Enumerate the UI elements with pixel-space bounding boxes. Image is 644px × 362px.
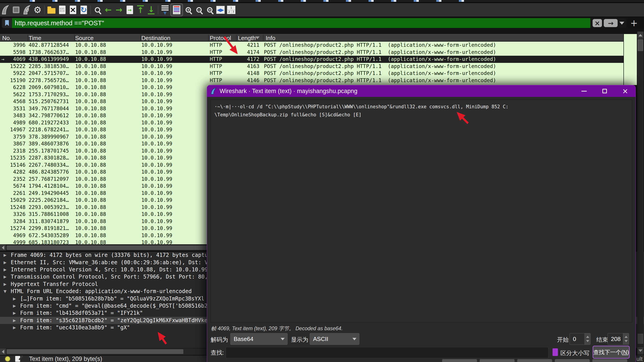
packet-row[interactable]: 5598 1738.7662637… 10.0.10.88 10.0.10.99… (0, 49, 624, 56)
cell-no: 3284 (0, 218, 26, 225)
twisty-icon[interactable]: ▶ (13, 304, 16, 308)
cell-no: 15248 (0, 204, 26, 211)
auto-scroll-button[interactable]: ▼ (160, 4, 170, 16)
decode-as-select[interactable]: Base64 (230, 333, 288, 345)
clipped-icon-marks (12, 0, 473, 2)
details-horizontal-scrollbar[interactable] (0, 348, 207, 355)
go-to-top-button[interactable]: ↑ (135, 4, 146, 16)
zoom-in-button[interactable]: + (183, 4, 194, 16)
start-capture-button[interactable] (0, 4, 11, 16)
column-header-protocol[interactable]: Protocol (210, 34, 231, 42)
dialog-title-bar[interactable]: Wireshark · Text item (text) · mayishang… (207, 85, 636, 97)
twisty-icon[interactable]: ▶ (4, 253, 6, 257)
twisty-icon[interactable]: ▶ (13, 325, 16, 330)
folder-icon (48, 8, 56, 14)
scrollbar-thumb[interactable] (7, 349, 183, 354)
find-input[interactable] (226, 347, 548, 358)
capture-comment-icon[interactable] (15, 356, 20, 362)
filter-bookmark-button[interactable] (2, 18, 12, 28)
colorize-packets-toggle[interactable] (170, 3, 183, 16)
cell-no: 3531 (0, 105, 26, 112)
twisty-icon[interactable]: ▶ (13, 318, 16, 323)
twisty-icon[interactable]: ▶ (4, 282, 6, 286)
colorize-icon (173, 5, 180, 14)
zoom-out-button[interactable]: − (194, 4, 204, 16)
packet-row[interactable]: 15222 2285.3818530… 10.0.10.88 10.0.10.9… (0, 63, 624, 70)
column-header-info[interactable]: Info (266, 34, 275, 42)
case-sensitive-checkbox[interactable] (552, 348, 558, 356)
scrollbar-thumb[interactable] (638, 39, 643, 51)
packet-row[interactable]: 4069 438.061399949 10.0.10.88 10.0.10.99… (0, 56, 624, 63)
find-packet-button[interactable] (92, 4, 103, 16)
twisty-icon[interactable]: ▶ (4, 267, 6, 272)
add-filter-button[interactable]: + (630, 19, 638, 27)
cell-destination: 10.0.10.99 (141, 190, 207, 197)
go-forward-button[interactable]: → (114, 4, 124, 16)
twisty-icon[interactable]: ▶ (13, 296, 16, 301)
cell-source: 10.0.10.88 (75, 168, 140, 176)
cell-destination: 10.0.10.99 (141, 183, 207, 190)
apply-filter-button[interactable]: → (604, 19, 618, 27)
go-back-button[interactable]: ← (103, 4, 114, 16)
dialog-bottom-button[interactable] (555, 359, 590, 362)
scroll-left-button[interactable] (0, 245, 6, 251)
close-button[interactable]: × (615, 85, 636, 97)
minimize-button[interactable] (574, 85, 594, 97)
reload-file-button[interactable]: ↻ (78, 4, 89, 16)
packet-row[interactable]: 5922 2047.5715707… 10.0.10.88 10.0.10.99… (0, 70, 624, 77)
twisty-icon[interactable]: ▼ (4, 289, 6, 293)
maximize-button[interactable] (594, 85, 615, 97)
column-header-source[interactable]: Source (75, 34, 94, 42)
packet-row[interactable]: 15190 2278.7565726… 10.0.10.88 10.0.10.9… (0, 77, 624, 84)
scroll-left-button[interactable] (0, 348, 6, 355)
zoom-out-icon: − (196, 7, 202, 13)
cell-source: 10.0.10.88 (75, 105, 140, 112)
cell-source: 10.0.10.88 (75, 84, 140, 91)
go-to-packet-button[interactable]: → (124, 4, 135, 16)
column-header-no[interactable]: No. (2, 34, 11, 42)
cell-source: 10.0.10.88 (75, 147, 140, 155)
decoded-bytes-textarea[interactable]: ·~\·m|···ol·cd /d "C:\\phpStudy\\PHPTuto… (211, 100, 632, 322)
dialog-bottom-button[interactable] (442, 359, 477, 362)
sort-descending-icon[interactable] (255, 37, 260, 39)
expert-info-icon[interactable] (5, 356, 10, 361)
packet-row[interactable]: 3996 402.877128544 10.0.10.88 10.0.10.99… (0, 42, 624, 49)
cell-time: 257.768712097 (28, 176, 74, 183)
start-spinbox[interactable]: 0 (570, 333, 590, 345)
go-top-icon: ↑ (137, 5, 144, 14)
dialog-bottom-button[interactable] (517, 359, 552, 362)
cell-time: 2278.7565726… (28, 77, 74, 84)
restart-capture-button[interactable]: ↺ (22, 4, 32, 16)
scroll-down-button[interactable] (637, 347, 644, 354)
filter-dropdown-chevron-icon[interactable] (620, 22, 624, 25)
dialog-bottom-button[interactable] (592, 359, 627, 362)
column-header-time[interactable]: Time (28, 34, 41, 42)
column-header-length[interactable]: Length (238, 34, 255, 42)
cell-source: 10.0.10.88 (75, 77, 140, 84)
open-file-button[interactable] (46, 4, 57, 16)
dialog-bottom-button[interactable] (480, 359, 514, 362)
capture-options-button[interactable]: ⚙ (32, 4, 43, 16)
display-filter-input[interactable]: http.request.method =="POST" (12, 18, 590, 28)
go-to-bottom-button[interactable]: ↓ (146, 4, 156, 16)
stop-capture-button[interactable] (11, 4, 22, 16)
scroll-up-button[interactable] (637, 32, 644, 39)
cell-time: 378.389990967 (28, 133, 74, 141)
show-as-select[interactable]: ASCII (310, 333, 359, 345)
zoom-original-button[interactable]: = (204, 4, 215, 16)
close-file-button[interactable]: × (68, 4, 78, 16)
find-next-button[interactable]: 查找下一个(N) (592, 346, 630, 359)
clear-filter-button[interactable]: × (592, 19, 602, 27)
twisty-icon[interactable]: ▶ (13, 311, 16, 315)
packet-list-vertical-scrollbar[interactable] (637, 31, 644, 356)
resize-columns-button[interactable]: ◀▶ (215, 4, 226, 16)
twisty-icon[interactable]: ▶ (4, 274, 6, 279)
twisty-icon[interactable]: ▶ (4, 260, 6, 265)
cell-no: 15222 (0, 63, 26, 70)
cell-no: 2352 (0, 176, 26, 183)
layout-button[interactable]: 1 23 (226, 4, 236, 16)
toolbar-separator (90, 5, 91, 14)
save-file-button[interactable]: 0101 0110 (57, 4, 68, 16)
end-spinbox[interactable]: 208 (608, 333, 629, 345)
column-header-destination[interactable]: Destination (141, 34, 170, 42)
